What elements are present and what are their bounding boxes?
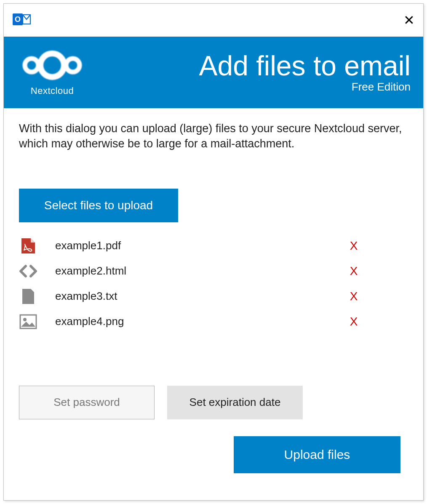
nextcloud-logo-text: Nextcloud <box>31 85 74 96</box>
file-icon <box>19 287 37 306</box>
footer: Upload files <box>19 436 408 473</box>
description-text: With this dialog you can upload (large) … <box>19 121 408 152</box>
svg-point-3 <box>40 53 64 77</box>
outlook-icon: O <box>12 11 31 29</box>
banner: Nextcloud Add files to email Free Editio… <box>4 37 423 108</box>
banner-subtitle: Free Edition <box>199 80 411 93</box>
nextcloud-logo-icon <box>16 48 88 84</box>
image-icon <box>19 312 37 331</box>
file-list: example1.pdf X example2.html X <box>19 233 360 334</box>
svg-text:O: O <box>15 15 21 24</box>
remove-file-button[interactable]: X <box>347 315 360 328</box>
remove-file-button[interactable]: X <box>347 290 360 303</box>
remove-file-button[interactable]: X <box>347 239 360 253</box>
file-row: example2.html X <box>19 259 360 284</box>
code-icon <box>19 262 37 280</box>
set-password-button[interactable]: Set password <box>19 386 155 419</box>
close-button[interactable]: ✕ <box>403 13 415 27</box>
banner-logo-block: Nextcloud <box>16 48 88 96</box>
upload-files-button[interactable]: Upload files <box>234 436 400 473</box>
remove-file-button[interactable]: X <box>347 264 360 278</box>
set-expiration-button[interactable]: Set expiration date <box>167 386 303 419</box>
file-name: example4.png <box>55 315 347 328</box>
dialog-window: O ✕ Nextcloud Add files to email Free Ed… <box>3 3 424 501</box>
pdf-icon <box>19 237 37 255</box>
svg-point-5 <box>66 59 80 72</box>
svg-point-7 <box>23 318 27 321</box>
banner-titles: Add files to email Free Edition <box>199 52 411 93</box>
file-name: example1.pdf <box>55 239 347 252</box>
options-row: Set password Set expiration date <box>19 386 408 419</box>
svg-point-4 <box>25 59 38 72</box>
file-name: example3.txt <box>55 290 347 303</box>
titlebar: O ✕ <box>4 4 423 37</box>
file-row: example4.png X <box>19 309 360 334</box>
file-row: example1.pdf X <box>19 233 360 259</box>
file-row: example3.txt X <box>19 284 360 309</box>
dialog-body: With this dialog you can upload (large) … <box>4 108 423 500</box>
banner-title: Add files to email <box>199 52 411 80</box>
file-name: example2.html <box>55 264 347 277</box>
select-files-button[interactable]: Select files to upload <box>19 189 178 222</box>
